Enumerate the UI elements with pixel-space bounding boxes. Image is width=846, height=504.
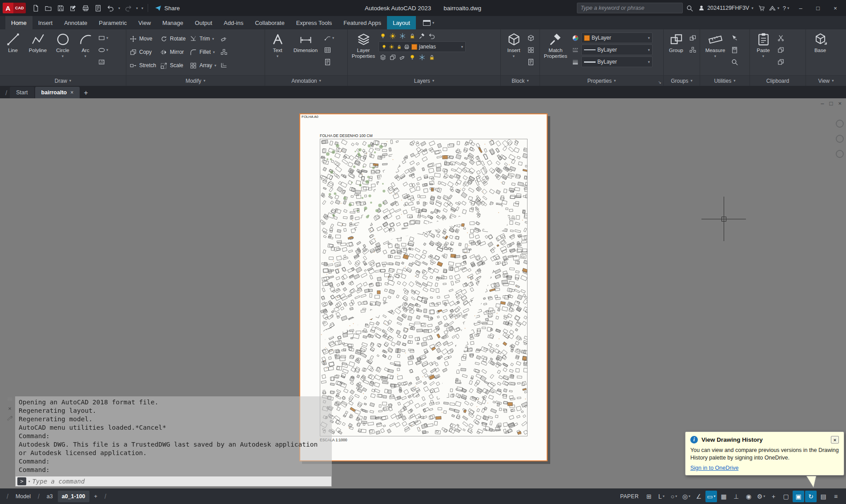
array-button[interactable]: Array▾	[188, 59, 218, 72]
help-search-field[interactable]	[577, 3, 683, 13]
lineweight-button[interactable]	[571, 57, 580, 67]
draw-panel-label[interactable]: Draw▾	[0, 75, 126, 86]
new-drawing-tab-button[interactable]: +	[81, 88, 91, 98]
viewport-minimize-icon[interactable]: –	[821, 100, 824, 107]
tab-layout[interactable]: Layout	[387, 16, 416, 29]
tab-addins[interactable]: Add-ins	[218, 16, 249, 29]
grid-icon[interactable]: ▦	[718, 491, 729, 502]
close-window-button[interactable]: ×	[827, 1, 843, 15]
layer-unlock-icon[interactable]	[428, 54, 435, 61]
fillet-button[interactable]: Fillet▾	[188, 46, 218, 58]
osnap-icon[interactable]: ◎▾	[681, 491, 692, 502]
palette-ghost-icon-2[interactable]	[836, 135, 844, 143]
layer-off-icon[interactable]	[379, 32, 387, 40]
arc-button[interactable]: Arc▾	[75, 31, 96, 58]
object-color-button[interactable]	[571, 33, 580, 43]
minimize-window-button[interactable]: –	[793, 1, 809, 15]
command-drag-grip[interactable]: ⠿⠿	[7, 397, 12, 402]
layer-thaw-icon[interactable]	[419, 54, 426, 61]
autodesk-apps-button[interactable]: ▾	[769, 2, 779, 14]
tab-manage[interactable]: Manage	[157, 16, 189, 29]
id-point-button[interactable]	[730, 57, 739, 67]
table-button[interactable]	[323, 45, 335, 55]
layout-paper[interactable]: FOLHA A0 FOLHA DE DESENHO 100 CM ESCALA …	[299, 113, 548, 461]
rotate-button[interactable]: Rotate	[159, 32, 187, 45]
hatch-button[interactable]	[97, 57, 109, 67]
maximize-window-button[interactable]: □	[810, 1, 826, 15]
paste-button[interactable]: Paste▾	[752, 31, 775, 58]
search-button[interactable]	[684, 2, 695, 14]
layer-delete-icon[interactable]	[399, 54, 406, 61]
new-layout-button[interactable]: +	[90, 491, 101, 502]
search-input[interactable]	[580, 5, 679, 11]
ellipse-button[interactable]: ▾	[97, 45, 109, 55]
measure-button[interactable]: Measure▾	[702, 31, 729, 58]
tab-parametric[interactable]: Parametric	[93, 16, 133, 29]
open-button[interactable]	[42, 2, 54, 14]
paper-space-toggle[interactable]: PAPER	[620, 493, 639, 500]
command-customize-wrench-icon[interactable]	[7, 415, 13, 422]
polyline-button[interactable]: Polyline	[25, 31, 50, 53]
drawing-history-icon[interactable]: ↻	[805, 491, 817, 502]
undo-button[interactable]	[105, 2, 117, 14]
tab-view[interactable]: View	[133, 16, 157, 29]
rectangle-button[interactable]: ▾	[97, 33, 109, 43]
erase-button[interactable]	[219, 32, 229, 45]
save-as-button[interactable]	[67, 2, 79, 14]
customization-menu-icon[interactable]: ≡	[830, 491, 842, 502]
layer-walk-icon[interactable]	[379, 54, 387, 61]
utilities-panel-label[interactable]: Utilities▾	[700, 75, 749, 86]
quick-select-button[interactable]	[730, 33, 739, 43]
linetype-button[interactable]	[571, 45, 580, 55]
mirror-button[interactable]: Mirror	[159, 46, 187, 58]
viewport-restore-icon[interactable]: □	[830, 100, 833, 107]
layer-properties-button[interactable]: Layer Properties	[350, 31, 377, 59]
layer-merge-icon[interactable]	[389, 54, 396, 61]
insert-block-button[interactable]: Insert▾	[503, 31, 525, 58]
lineweight-dropdown[interactable]: ByLayer ▾	[581, 56, 653, 67]
layer-lock-icon[interactable]	[409, 32, 416, 40]
layer-previous-icon[interactable]	[428, 32, 435, 40]
tab-featured-apps[interactable]: Featured Apps	[338, 16, 387, 29]
explode-button[interactable]	[219, 46, 229, 58]
clean-screen-icon[interactable]: ▢	[780, 491, 792, 502]
block-attributes-button[interactable]	[526, 57, 536, 67]
plot-status-icon[interactable]: ▤	[818, 491, 829, 502]
plot-button[interactable]	[80, 2, 92, 14]
ribbon-display-toggle[interactable]: ▾	[423, 16, 434, 29]
annotation-scale-icon[interactable]: ∠	[693, 491, 705, 502]
palette-ghost-icon-1[interactable]	[836, 120, 844, 128]
offset-button[interactable]	[219, 59, 229, 72]
sheet-set-button[interactable]	[92, 2, 104, 14]
account-menu[interactable]: 20241129FHF3V ▾	[696, 4, 755, 12]
autocad-logo[interactable]: A CAD	[3, 3, 26, 13]
tracking-icon[interactable]: ◉	[743, 491, 754, 502]
properties-dialog-launcher[interactable]: ↘	[658, 80, 661, 85]
stretch-button[interactable]: Stretch	[128, 59, 157, 72]
add-scale-icon[interactable]: +	[768, 491, 779, 502]
groups-panel-label[interactable]: Groups▾	[664, 75, 700, 86]
modify-panel-label[interactable]: Modify▾	[126, 75, 265, 86]
linetype-dropdown[interactable]: ByLayer ▾	[581, 44, 653, 55]
copy-base-button[interactable]	[776, 57, 786, 67]
annotation-panel-label[interactable]: Annotation▾	[265, 75, 347, 86]
text-button[interactable]: Text▾	[267, 31, 288, 58]
transparency-icon[interactable]: ○▾	[668, 491, 680, 502]
dimension-button[interactable]: Dimension	[290, 31, 322, 53]
layer-on-icon[interactable]	[409, 54, 416, 61]
properties-panel-label[interactable]: Properties▾↘	[540, 75, 663, 86]
onedrive-signin-link[interactable]: Sign in to OneDrive	[690, 465, 738, 471]
layout-tab-a0-1-100[interactable]: a0_1-100	[58, 491, 89, 502]
command-close-icon[interactable]: ×	[8, 405, 12, 412]
graphics-performance-icon[interactable]: ▣	[793, 491, 804, 502]
object-color-dropdown[interactable]: ByLayer ▾	[581, 32, 653, 43]
clipboard-panel-label[interactable]: Clipboard	[750, 75, 806, 86]
recent-commands-dropdown[interactable]: ▾	[28, 479, 30, 484]
block-panel-label[interactable]: Block▾	[501, 75, 540, 86]
model-tab[interactable]: Model	[12, 491, 35, 502]
layout-tab-a3[interactable]: a3	[43, 491, 57, 502]
app-store-button[interactable]	[757, 2, 767, 14]
layer-isolate-icon[interactable]	[389, 32, 396, 40]
workspace-gear-icon[interactable]: ⚙▾	[755, 491, 767, 502]
line-button[interactable]: Line	[2, 31, 24, 53]
